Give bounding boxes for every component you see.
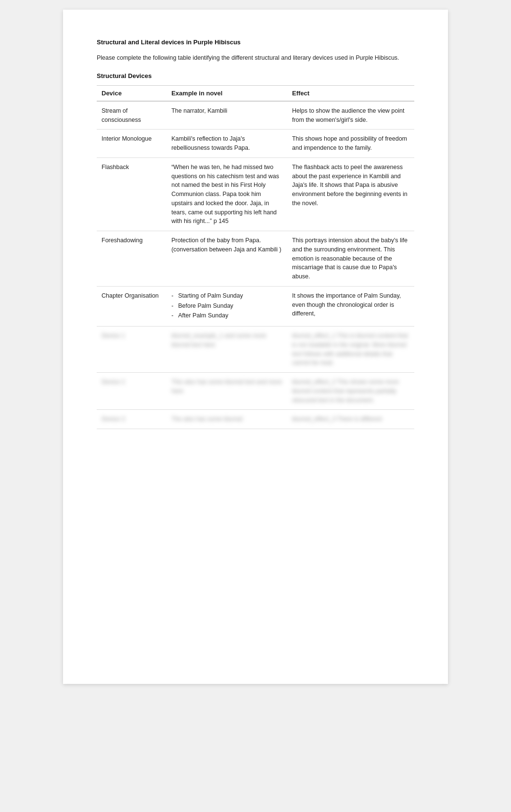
cell-example: The narrator, Kambili <box>166 101 287 130</box>
cell-effect: It shows the importance of Palm Sunday, … <box>287 286 414 326</box>
document-intro: Please complete the following table iden… <box>97 53 414 63</box>
table-row: Flashback“When he was ten, he had missed… <box>97 157 414 231</box>
cell-example: Protection of the baby from Papa. (conve… <box>166 231 287 287</box>
list-item: After Palm Sunday <box>171 311 282 320</box>
cell-example: Starting of Palm SundayBefore Palm Sunda… <box>166 286 287 326</box>
cell-example: blurred_example_1 and some more blurred … <box>166 327 287 373</box>
cell-effect: Helps to show the audience the view poin… <box>287 101 414 130</box>
table-row: ForeshadowingProtection of the baby from… <box>97 231 414 287</box>
table-header-row: Device Example in novel Effect <box>97 85 414 101</box>
cell-example: “When he was ten, he had missed two ques… <box>166 157 287 231</box>
document-title: Structural and Literal devices in Purple… <box>97 39 414 46</box>
cell-device: Device 1 <box>97 327 166 373</box>
cell-device: Stream of consciousness <box>97 101 166 130</box>
cell-example: This also has some blurred text and more… <box>166 373 287 410</box>
table-row: Device 3The also has some blurredblurred… <box>97 410 414 429</box>
table-row: Chapter OrganisationStarting of Palm Sun… <box>97 286 414 326</box>
cell-effect: blurred_effect_1 This is blurred content… <box>287 327 414 373</box>
cell-device: Flashback <box>97 157 166 231</box>
table-row: Device 2This also has some blurred text … <box>97 373 414 410</box>
cell-device: Device 2 <box>97 373 166 410</box>
cell-device: Device 3 <box>97 410 166 429</box>
cell-effect: blurred_effect_3 There is different <box>287 410 414 429</box>
cell-effect: The flashback acts to peel the awareness… <box>287 157 414 231</box>
document-page: Structural and Literal devices in Purple… <box>63 10 448 684</box>
table-row: Device 1blurred_example_1 and some more … <box>97 327 414 373</box>
list-item: Starting of Palm Sunday <box>171 291 282 301</box>
header-example: Example in novel <box>166 85 287 101</box>
section-title: Structural Devices <box>97 72 414 79</box>
header-effect: Effect <box>287 85 414 101</box>
structural-devices-table: Device Example in novel Effect Stream of… <box>97 85 414 429</box>
cell-device: Foreshadowing <box>97 231 166 287</box>
cell-device: Chapter Organisation <box>97 286 166 326</box>
table-row: Stream of consciousnessThe narrator, Kam… <box>97 101 414 130</box>
list-item: Before Palm Sunday <box>171 301 282 311</box>
cell-example: The also has some blurred <box>166 410 287 429</box>
header-device: Device <box>97 85 166 101</box>
cell-example: Kambili's reflection to Jaja's rebelliou… <box>166 130 287 158</box>
cell-effect: blurred_effect_2 This shows some more bl… <box>287 373 414 410</box>
cell-effect: This shows hope and possibility of freed… <box>287 130 414 158</box>
cell-device: Interior Monologue <box>97 130 166 158</box>
cell-effect: This portrays intension about the baby's… <box>287 231 414 287</box>
table-row: Interior MonologueKambili's reflection t… <box>97 130 414 158</box>
